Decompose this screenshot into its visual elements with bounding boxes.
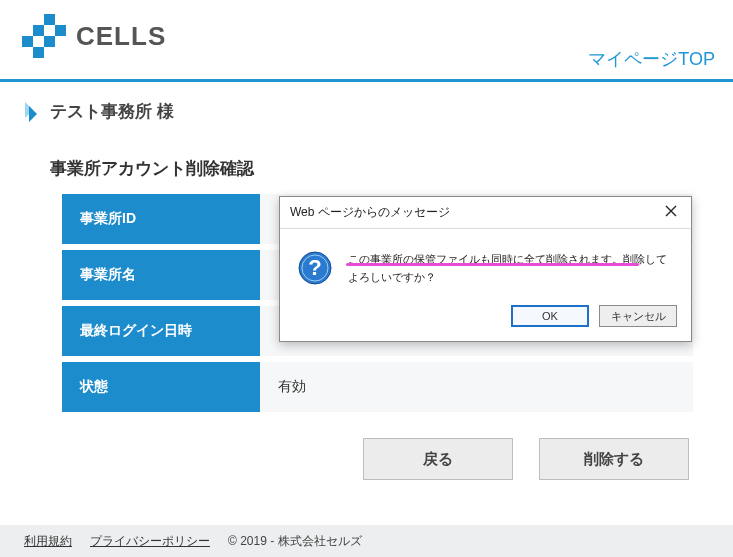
section-title: 事業所アカウント削除確認 [0, 123, 733, 188]
label-office-id: 事業所ID [62, 194, 260, 244]
dialog-titlebar: Web ページからのメッセージ [280, 197, 691, 229]
mypage-top-link[interactable]: マイページTOP [588, 47, 715, 71]
svg-rect-0 [44, 14, 55, 25]
privacy-link[interactable]: プライバシーポリシー [90, 533, 210, 550]
terms-link[interactable]: 利用規約 [24, 533, 72, 550]
dialog-title: Web ページからのメッセージ [290, 204, 450, 221]
value-status: 有効 [260, 362, 693, 412]
label-office-name: 事業所名 [62, 250, 260, 300]
confirm-dialog: Web ページからのメッセージ ? この事業所の保管ファイルも同時に全て削除され… [279, 196, 692, 342]
logo: CELLS [22, 14, 166, 58]
row-status: 状態 有効 [62, 362, 693, 412]
svg-rect-1 [33, 25, 44, 36]
delete-button[interactable]: 削除する [539, 438, 689, 480]
svg-rect-2 [55, 25, 66, 36]
dialog-button-bar: OK キャンセル [280, 299, 691, 341]
logo-icon [22, 14, 66, 58]
brand-text: CELLS [76, 21, 166, 52]
svg-rect-3 [22, 36, 33, 47]
label-status: 状態 [62, 362, 260, 412]
label-last-login: 最終ログイン日時 [62, 306, 260, 356]
dialog-body: ? この事業所の保管ファイルも同時に全て削除されます。削除してよろしいですか？ [280, 229, 691, 299]
app-root: CELLS マイページTOP テスト事務所 様 事業所アカウント削除確認 事業所… [0, 0, 733, 557]
dialog-close-button[interactable] [657, 201, 685, 225]
close-icon [665, 205, 677, 220]
header: CELLS マイページTOP [0, 0, 733, 82]
back-button[interactable]: 戻る [363, 438, 513, 480]
action-bar: 戻る 削除する [0, 412, 733, 480]
footer: 利用規約 プライバシーポリシー © 2019 - 株式会社セルズ [0, 525, 733, 557]
office-name: テスト事務所 様 [50, 100, 174, 123]
copyright: © 2019 - 株式会社セルズ [228, 533, 362, 550]
dialog-cancel-button[interactable]: キャンセル [599, 305, 677, 327]
bullet-icon [20, 101, 42, 123]
greeting-row: テスト事務所 様 [0, 82, 733, 123]
dialog-ok-button[interactable]: OK [511, 305, 589, 327]
dialog-message: この事業所の保管ファイルも同時に全て削除されます。削除してよろしいですか？ [348, 253, 667, 283]
svg-marker-7 [29, 106, 37, 122]
svg-rect-5 [33, 47, 44, 58]
svg-text:?: ? [308, 255, 321, 280]
svg-rect-4 [44, 36, 55, 47]
dialog-message-wrap: この事業所の保管ファイルも同時に全て削除されます。削除してよろしいですか？ [348, 251, 673, 286]
question-icon: ? [298, 251, 332, 289]
